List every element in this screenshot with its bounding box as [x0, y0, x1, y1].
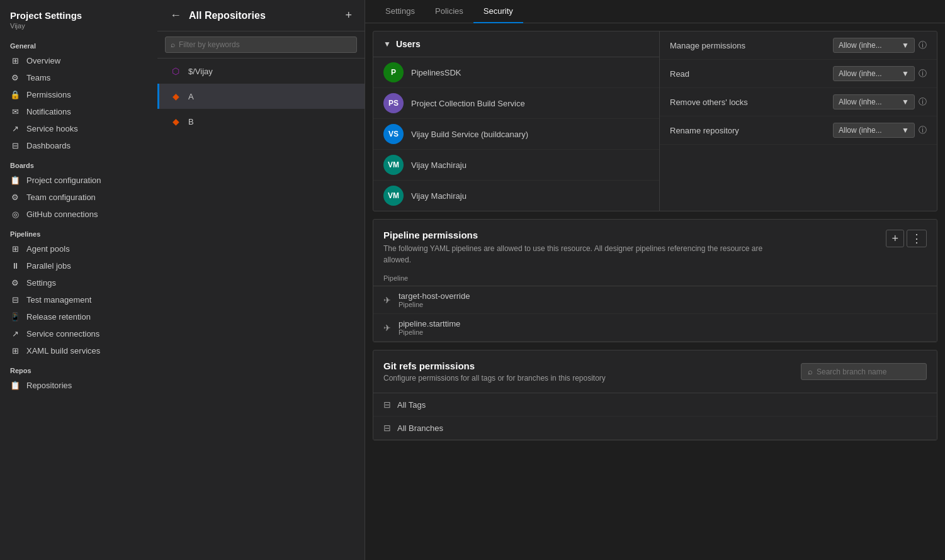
tab-security[interactable]: Security — [473, 0, 523, 23]
sidebar-subtitle: Vijay — [10, 22, 147, 30]
user-row-build-service[interactable]: PS Project Collection Build Service — [373, 88, 659, 119]
users-permissions-section: ▼ Users P PipelinesSDK PS Project Collec… — [373, 31, 937, 211]
sidebar-item-agent-pools[interactable]: ⊞ Agent pools — [0, 240, 157, 257]
notifications-icon: ✉ — [10, 107, 20, 116]
user-info-pipelines-sdk: P PipelinesSDK — [383, 62, 461, 82]
user-name-build-service: Project Collection Build Service — [411, 99, 525, 108]
repo-list: ⬡ $/Vijay ◆ A ◆ B — [157, 59, 365, 560]
repo-item-b[interactable]: ◆ B — [157, 109, 365, 134]
filter-input-wrapper[interactable]: ⌕ — [165, 36, 357, 53]
sidebar-item-permissions[interactable]: 🔒 Permissions — [0, 86, 157, 103]
pipeline-icon-starttime: ✈ — [383, 323, 391, 333]
tab-policies[interactable]: Policies — [425, 0, 473, 23]
pipeline-type-target-host: Pipeline — [399, 301, 470, 308]
sidebar-pipeline-settings-label: Settings — [26, 278, 56, 288]
sidebar-item-dashboards[interactable]: ⊟ Dashboards — [0, 137, 157, 154]
sidebar-item-service-connections[interactable]: ↗ Service connections — [0, 325, 157, 342]
search-branch-wrapper[interactable]: ⌕ — [801, 363, 927, 380]
perm-select-remove-locks-value: Allow (inhe... — [839, 98, 882, 106]
avatar-vijay-2: VM — [383, 186, 404, 206]
git-refs-desc: Configure permissions for all tags or fo… — [383, 374, 606, 383]
sidebar-item-overview[interactable]: ⊞ Overview — [0, 52, 157, 69]
user-name-vijay-1: Vijay Machiraju — [411, 160, 467, 170]
repositories-icon: 📋 — [10, 381, 20, 390]
sidebar-header: Project Settings Vijay — [0, 0, 157, 35]
back-button[interactable]: ← — [167, 8, 184, 23]
pipeline-permissions-header: Pipeline permissions The following YAML … — [373, 220, 937, 266]
user-info-vijay-2: VM Vijay Machiraju — [383, 186, 467, 206]
test-mgmt-icon: ⊟ — [10, 295, 20, 305]
perm-select-remove-locks[interactable]: Allow (inhe... ▼ — [833, 94, 915, 109]
sidebar-item-notifications[interactable]: ✉ Notifications — [0, 103, 157, 120]
sidebar-item-test-management[interactable]: ⊟ Test management — [0, 291, 157, 308]
pipeline-info-starttime: pipeline.starttime Pipeline — [399, 319, 460, 336]
add-pipeline-button[interactable]: + — [886, 230, 904, 247]
pipeline-permissions-title-block: Pipeline permissions The following YAML … — [383, 230, 786, 266]
user-name-vs-build: Vijay Build Service (buildcanary) — [411, 130, 528, 139]
search-branch-input[interactable] — [817, 367, 911, 376]
sidebar: Project Settings Vijay General ⊞ Overvie… — [0, 0, 157, 560]
avatar-vijay-1: VM — [383, 155, 404, 175]
perm-row-manage: Manage permissions Allow (inhe... ▼ ⓘ — [660, 31, 937, 60]
repo-icon-vijay: ⬡ — [169, 65, 182, 77]
user-row-vijay-2[interactable]: VM Vijay Machiraju — [373, 181, 659, 211]
perm-select-read[interactable]: Allow (inhe... ▼ — [833, 66, 915, 81]
user-info-vijay-1: VM Vijay Machiraju — [383, 155, 467, 175]
pipeline-type-starttime: Pipeline — [399, 328, 460, 336]
pipeline-row-starttime[interactable]: ✈ pipeline.starttime Pipeline — [373, 314, 937, 342]
sidebar-parallel-jobs-label: Parallel jobs — [26, 261, 71, 271]
pipeline-icon-target-host: ✈ — [383, 295, 391, 305]
tag-name-all-branches: All Branches — [397, 423, 443, 433]
user-info-build-service: PS Project Collection Build Service — [383, 93, 525, 113]
tabs: Settings Policies Security — [365, 0, 945, 23]
perm-row-remove-locks: Remove others' locks Allow (inhe... ▼ ⓘ — [660, 88, 937, 116]
pipeline-permissions-desc: The following YAML pipelines are allowed… — [383, 243, 786, 266]
sidebar-item-pipeline-settings[interactable]: ⚙ Settings — [0, 274, 157, 291]
sidebar-service-connections-label: Service connections — [26, 329, 99, 339]
pipeline-more-button[interactable]: ⋮ — [907, 230, 927, 247]
tag-row-all-branches[interactable]: ⊟ All Branches — [373, 417, 937, 440]
filter-input[interactable] — [179, 40, 351, 49]
team-config-icon: ⚙ — [10, 193, 20, 202]
sidebar-item-parallel-jobs[interactable]: ⏸ Parallel jobs — [0, 257, 157, 274]
perm-label-rename: Rename repository — [670, 126, 739, 135]
perm-info-read[interactable]: ⓘ — [919, 68, 927, 79]
git-refs-section: Git refs permissions Configure permissio… — [373, 350, 937, 440]
search-branch-icon: ⌕ — [808, 367, 813, 376]
user-row-vs-build[interactable]: VS Vijay Build Service (buildcanary) — [373, 119, 659, 150]
sidebar-item-service-hooks[interactable]: ↗ Service hooks — [0, 120, 157, 137]
perm-select-rename[interactable]: Allow (inhe... ▼ — [833, 123, 915, 138]
pipeline-row-target-host[interactable]: ✈ target-host-override Pipeline — [373, 286, 937, 314]
sidebar-item-release-retention[interactable]: 📱 Release retention — [0, 308, 157, 325]
perm-select-manage[interactable]: Allow (inhe... ▼ — [833, 38, 915, 53]
repo-name-vijay: $/Vijay — [188, 67, 213, 76]
perm-info-manage[interactable]: ⓘ — [919, 40, 927, 51]
perm-row-read: Read Allow (inhe... ▼ ⓘ — [660, 60, 937, 88]
add-repo-button[interactable]: + — [342, 8, 354, 23]
perm-info-rename[interactable]: ⓘ — [919, 125, 927, 136]
sidebar-repositories-label: Repositories — [26, 381, 72, 390]
users-toggle[interactable]: ▼ — [383, 40, 391, 48]
sidebar-item-teams[interactable]: ⚙ Teams — [0, 69, 157, 86]
agent-pools-icon: ⊞ — [10, 244, 20, 254]
avatar-pipelines-sdk: P — [383, 62, 404, 82]
repo-item-vijay[interactable]: ⬡ $/Vijay — [157, 59, 365, 84]
sidebar-item-xaml[interactable]: ⊞ XAML build services — [0, 342, 157, 359]
pipeline-col-header: Pipeline — [373, 271, 937, 286]
tag-row-all-tags[interactable]: ⊟ All Tags — [373, 393, 937, 417]
main-content: Settings Policies Security ▼ Users P Pip… — [365, 0, 945, 560]
repo-item-a[interactable]: ◆ A — [157, 84, 365, 109]
sidebar-item-team-config[interactable]: ⚙ Team configuration — [0, 189, 157, 206]
sidebar-section-repos: Repos — [0, 359, 157, 377]
user-row-vijay-1[interactable]: VM Vijay Machiraju — [373, 150, 659, 181]
middle-header: ← All Repositories + — [157, 0, 365, 31]
sidebar-item-repositories[interactable]: 📋 Repositories — [0, 377, 157, 394]
sidebar-agent-pools-label: Agent pools — [26, 244, 70, 254]
perm-info-remove-locks[interactable]: ⓘ — [919, 96, 927, 108]
sidebar-item-github[interactable]: ◎ GitHub connections — [0, 206, 157, 223]
chevron-down-icon-3: ▼ — [902, 98, 909, 106]
pipeline-info-target-host: target-host-override Pipeline — [399, 291, 470, 308]
tab-settings[interactable]: Settings — [375, 0, 425, 23]
user-row-pipelines-sdk[interactable]: P PipelinesSDK — [373, 57, 659, 88]
sidebar-item-project-config[interactable]: 📋 Project configuration — [0, 172, 157, 189]
